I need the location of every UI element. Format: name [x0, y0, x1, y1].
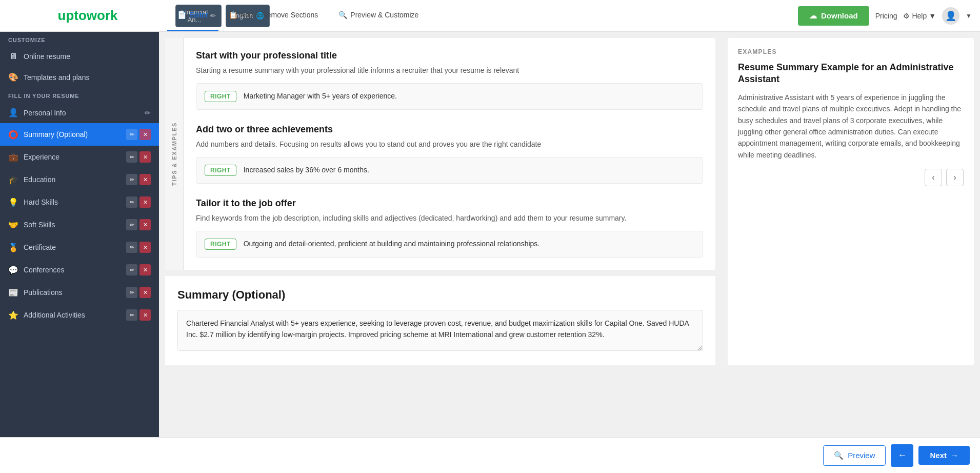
main-layout: CUSTOMIZE 🖥 Online resume 🎨 Templates an…: [0, 32, 980, 437]
sidebar-summary-label: Summary (Optional): [24, 130, 121, 139]
editor-icon: 📄: [177, 11, 186, 19]
tip-title-1: Start with your professional title: [196, 50, 703, 61]
certificate-edit-btn[interactable]: ✏: [126, 242, 137, 253]
nav-actions: ☁ Download Pricing ⚙ Help ▼ 👤 ▼: [798, 6, 972, 26]
sidebar-item-personal-info[interactable]: 👤 Personal Info ✏: [0, 102, 159, 123]
tip-title-2: Add two or three achievements: [196, 124, 703, 135]
certificate-delete-btn[interactable]: ✕: [139, 242, 151, 253]
sidebar-fill-label: FILL IN YOUR RESUME: [0, 88, 159, 102]
publications-delete-btn[interactable]: ✕: [139, 287, 151, 298]
summary-edit-btn[interactable]: ✏: [126, 129, 137, 140]
sidebar-item-conferences[interactable]: 💬 Conferences ✏ ✕: [0, 259, 159, 281]
sidebar-item-experience[interactable]: 💼 Experience ✏ ✕: [0, 146, 159, 168]
top-nav: uptowork Financial An... ✏ English 🌐 📄 E…: [0, 0, 980, 32]
example-next-btn[interactable]: ›: [946, 169, 964, 186]
certificate-icon: 🏅: [8, 243, 18, 252]
additional-activities-delete-btn[interactable]: ✕: [139, 309, 151, 321]
sidebar-soft-skills-label: Soft Skills: [24, 221, 121, 229]
sidebar-additional-activities-label: Additional Activities: [24, 311, 121, 319]
next-button-label: Next: [930, 451, 947, 460]
experience-delete-btn[interactable]: ✕: [139, 151, 151, 163]
summary-section: Summary (Optional) Chartered Financial A…: [165, 276, 715, 365]
sidebar-item-summary[interactable]: ⭕ Summary (Optional) ✏ ✕: [0, 123, 159, 146]
experience-edit-btn[interactable]: ✏: [126, 151, 137, 163]
tip-title-3: Tailor it to the job offer: [196, 198, 703, 209]
sidebar-item-certificate[interactable]: 🏅 Certificate ✏ ✕: [0, 236, 159, 259]
tab-preview-customize-label: Preview & Customize: [350, 11, 418, 19]
education-edit-btn[interactable]: ✏: [126, 174, 137, 185]
sidebar-item-publications[interactable]: 📰 Publications ✏ ✕: [0, 281, 159, 304]
bottom-bar: 🔍 Preview ← Next →: [0, 437, 980, 473]
conferences-delete-btn[interactable]: ✕: [139, 264, 151, 275]
examples-panel: EXAMPLES Resume Summary Example for an A…: [728, 38, 974, 365]
additional-activities-edit-btn[interactable]: ✏: [126, 309, 137, 321]
sidebar-customize-label: CUSTOMIZE: [0, 32, 159, 46]
add-remove-icon: 📋: [229, 11, 237, 19]
tips-rotated-label: TIPS & EXAMPLES: [165, 38, 184, 270]
tab-add-remove[interactable]: 📋 Add & Remove Sections: [218, 0, 329, 31]
publications-edit-btn[interactable]: ✏: [126, 287, 137, 298]
hard-skills-actions: ✏ ✕: [126, 196, 151, 208]
hard-skills-edit-btn[interactable]: ✏: [126, 196, 137, 208]
user-dropdown-icon[interactable]: ▼: [966, 12, 972, 19]
content-main: TIPS & EXAMPLES Start with your professi…: [165, 38, 715, 365]
additional-activities-actions: ✏ ✕: [126, 309, 151, 321]
preview-search-icon: 🔍: [834, 451, 844, 460]
tab-editor[interactable]: 📄 Editor: [167, 0, 218, 31]
preview-button-label: Preview: [848, 451, 875, 460]
tip-example-1: RIGHT Marketing Manager with 5+ years of…: [196, 83, 703, 110]
education-actions: ✏ ✕: [126, 174, 151, 185]
next-button[interactable]: Next →: [918, 446, 970, 465]
example-prev-btn[interactable]: ‹: [925, 169, 942, 186]
examples-header-label: EXAMPLES: [738, 48, 964, 55]
conferences-icon: 💬: [8, 265, 18, 275]
logo-work: work: [87, 8, 118, 24]
tip-desc-1: Starting a resume summary with your prof…: [196, 65, 703, 76]
pricing-link[interactable]: Pricing: [875, 12, 897, 20]
hard-skills-icon: 💡: [8, 198, 18, 207]
preview-button[interactable]: 🔍 Preview: [823, 445, 886, 466]
conferences-edit-btn[interactable]: ✏: [126, 264, 137, 275]
logo-up: up: [58, 8, 74, 24]
soft-skills-icon: 🤝: [8, 220, 18, 230]
publications-actions: ✏ ✕: [126, 287, 151, 298]
tip-tailor-job: Tailor it to the job offer Find keywords…: [196, 198, 703, 258]
sidebar-item-additional-activities[interactable]: ⭐ Additional Activities ✏ ✕: [0, 304, 159, 326]
example-body: Administrative Assistant with 5 years of…: [738, 92, 964, 161]
summary-delete-btn[interactable]: ✕: [139, 129, 151, 140]
conferences-actions: ✏ ✕: [126, 264, 151, 275]
content-inner: TIPS & EXAMPLES Start with your professi…: [159, 32, 980, 371]
user-avatar[interactable]: 👤: [942, 7, 959, 25]
sidebar-item-templates[interactable]: 🎨 Templates and plans: [0, 67, 159, 88]
summary-textarea[interactable]: Chartered Financial Analyst with 5+ year…: [177, 310, 703, 351]
tab-editor-label: Editor: [189, 11, 208, 19]
hard-skills-delete-btn[interactable]: ✕: [139, 196, 151, 208]
soft-skills-actions: ✏ ✕: [126, 219, 151, 230]
soft-skills-delete-btn[interactable]: ✕: [139, 219, 151, 230]
education-delete-btn[interactable]: ✕: [139, 174, 151, 185]
download-button[interactable]: ☁ Download: [798, 6, 869, 26]
sidebar-item-education[interactable]: 🎓 Education ✏ ✕: [0, 168, 159, 191]
additional-activities-icon: ⭐: [8, 310, 18, 320]
sidebar-item-soft-skills[interactable]: 🤝 Soft Skills ✏ ✕: [0, 213, 159, 236]
tip-badge-2: RIGHT: [205, 165, 236, 176]
sidebar-certificate-label: Certificate: [24, 243, 121, 251]
help-menu[interactable]: ⚙ Help ▼: [903, 12, 936, 20]
tab-preview-customize[interactable]: 🔍 Preview & Customize: [328, 0, 429, 31]
soft-skills-edit-btn[interactable]: ✏: [126, 219, 137, 230]
tip-example-2: RIGHT Increased sales by 36% over 6 mont…: [196, 157, 703, 184]
sidebar-templates-label: Templates and plans: [24, 73, 151, 82]
tips-content: Start with your professional title Start…: [165, 38, 715, 270]
back-arrow-icon: ←: [897, 450, 907, 461]
sidebar: CUSTOMIZE 🖥 Online resume 🎨 Templates an…: [0, 32, 159, 437]
tip-badge-3: RIGHT: [205, 239, 236, 250]
summary-icon: ⭕: [8, 130, 18, 140]
logo: uptowork: [8, 8, 167, 24]
help-label: Help: [912, 12, 927, 20]
sidebar-online-resume-label: Online resume: [24, 52, 151, 61]
content-area: TIPS & EXAMPLES Start with your professi…: [159, 32, 980, 437]
sidebar-item-hard-skills[interactable]: 💡 Hard Skills ✏ ✕: [0, 191, 159, 213]
back-button[interactable]: ←: [891, 444, 913, 467]
sidebar-item-online-resume[interactable]: 🖥 Online resume: [0, 46, 159, 67]
download-icon: ☁: [809, 11, 817, 21]
